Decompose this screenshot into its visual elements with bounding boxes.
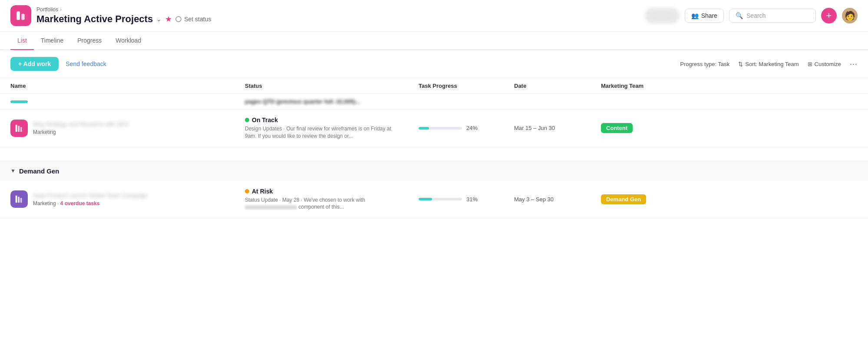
header: Portfolios › Marketing Active Projects ⌄… [0,0,868,32]
progress-type-button[interactable]: Progress type: Task [680,61,729,67]
status-dot-green [245,118,249,122]
tab-timeline[interactable]: Timeline [34,32,70,50]
status-label: On Track [252,117,278,123]
status-desc: Design Updates · Our final review for wi… [245,125,397,140]
row-name-info: Blog Strategy and Research with SEO Mark… [33,121,129,135]
tag-demand-gen: Demand Gen [601,194,646,204]
progress-cell: 24% [419,125,514,131]
page-title: Marketing Active Projects [36,13,153,25]
section-demand-gen: ▼ Demand Gen [0,161,868,181]
breadcrumb-text: Portfolios [36,7,58,13]
tag-cell: Demand Gen [601,194,858,204]
progress-pct: 24% [466,125,478,131]
progress-bar-fill [419,127,429,130]
app-icon[interactable] [10,5,31,26]
send-feedback-link[interactable]: Send feedback [66,60,106,67]
project-icon[interactable] [10,190,28,208]
breadcrumb: Portfolios › [36,7,640,13]
status-desc: Status Update · May 28 · We've chosen to… [245,196,397,211]
col-task-progress: Task Progress [419,83,514,89]
col-date: Date [514,83,601,89]
svg-rect-2 [16,125,17,132]
user-avatar[interactable]: 🧑 [842,8,858,23]
progress-cell: 31% [419,196,514,203]
date-cell: May 3 – Sep 30 [514,196,601,203]
toolbar: + Add work Send feedback Progress type: … [0,50,868,78]
row-name-cell: Blog Strategy and Research with SEO Mark… [10,120,245,137]
status-circle-icon [175,16,182,22]
partial-row-name-cell [10,100,245,103]
add-work-label: + Add work [18,60,51,67]
search-box[interactable]: 🔍 Search [729,9,816,23]
tab-progress[interactable]: Progress [70,32,109,50]
tab-workload[interactable]: Workload [109,32,148,50]
toolbar-right: Progress type: Task ⇅ Sort: Marketing Te… [680,60,858,69]
status-dot-orange [245,189,249,193]
status-label: At Risk [252,188,273,195]
row-project-name: Saas Product Launch Global Team Campaign [33,192,148,199]
row-team: Marketing · 4 overdue tasks [33,200,148,206]
spacer-row [0,147,868,161]
svg-rect-7 [20,198,22,203]
set-status-button[interactable]: Set status [175,16,211,23]
table-row: Blog Strategy and Research with SEO Mark… [0,110,868,147]
avatar-blob [645,8,680,23]
share-icon: 👥 [691,12,699,19]
header-right: 👥 Share 🔍 Search + 🧑 [645,8,858,23]
svg-rect-4 [20,127,22,132]
title-row: Marketing Active Projects ⌄ ★ Set status [36,13,640,25]
table-header: Name Status Task Progress Date Marketing… [0,78,868,94]
partial-status-text: pages QTD (previous quarter full: 22,505… [245,98,419,105]
tab-list[interactable]: List [10,32,34,50]
table-row: Saas Product Launch Global Team Campaign… [0,181,868,219]
tag-content: Content [601,123,633,133]
more-options-button[interactable]: ··· [850,60,858,69]
status-badge: At Risk [245,188,419,195]
sort-button[interactable]: ⇅ Sort: Marketing Team [738,61,799,67]
status-cell: On Track Design Updates · Our final revi… [245,117,419,140]
search-icon: 🔍 [736,12,743,19]
partial-icon-bar [10,100,28,103]
partial-row: pages QTD (previous quarter full: 22,505… [0,94,868,110]
tag-cell: Content [601,123,858,133]
svg-rect-0 [17,11,20,20]
col-name: Name [10,83,245,89]
svg-rect-6 [18,197,20,203]
project-icon[interactable] [10,120,28,137]
customize-button[interactable]: ⊞ Customize [808,61,841,67]
avatar-group [645,8,680,23]
customize-label: Customize [815,61,841,67]
col-status: Status [245,83,419,89]
sort-label: Sort: Marketing Team [745,61,799,67]
set-status-label: Set status [184,16,211,23]
row-name-cell: Saas Product Launch Global Team Campaign… [10,190,245,208]
row-team: Marketing [33,129,129,135]
svg-rect-1 [21,14,25,20]
add-button[interactable]: + [821,8,837,23]
progress-bar-bg [419,127,462,130]
row-name-info: Saas Product Launch Global Team Campaign… [33,192,148,206]
tabs-bar: List Timeline Progress Workload [0,32,868,50]
search-placeholder: Search [746,12,766,19]
svg-rect-3 [18,126,20,132]
section-toggle-icon[interactable]: ▼ [10,168,16,174]
add-icon: + [826,10,832,21]
breadcrumb-chevron-icon: › [60,7,62,13]
progress-bar-fill [419,198,432,200]
status-badge: On Track [245,117,419,123]
favorite-star-icon[interactable]: ★ [165,14,172,24]
sort-icon: ⇅ [738,61,743,67]
status-cell: At Risk Status Update · May 28 · We've c… [245,188,419,211]
date-cell: Mar 15 – Jun 30 [514,125,601,131]
share-label: Share [701,12,717,19]
progress-pct: 31% [466,196,478,203]
title-dropdown-icon[interactable]: ⌄ [156,16,162,23]
col-marketing-team: Marketing Team [601,83,858,89]
section-name: Demand Gen [19,167,59,175]
add-work-button[interactable]: + Add work [10,57,59,71]
share-button[interactable]: 👥 Share [685,9,724,23]
row-project-name: Blog Strategy and Research with SEO [33,121,129,127]
overdue-label: 4 overdue tasks [60,200,100,206]
customize-icon: ⊞ [808,61,812,67]
svg-rect-5 [16,196,17,203]
